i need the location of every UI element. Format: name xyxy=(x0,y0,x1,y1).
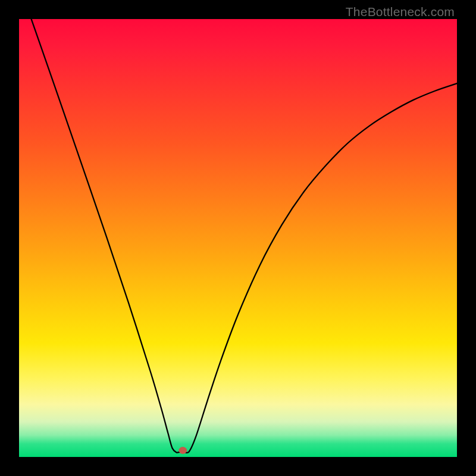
chart-frame: TheBottleneck.com xyxy=(0,0,476,476)
optimal-point-marker xyxy=(179,447,187,453)
curve-layer xyxy=(19,19,457,457)
bottleneck-curve xyxy=(32,19,457,453)
plot-area xyxy=(19,19,457,457)
watermark-text: TheBottleneck.com xyxy=(346,5,455,19)
